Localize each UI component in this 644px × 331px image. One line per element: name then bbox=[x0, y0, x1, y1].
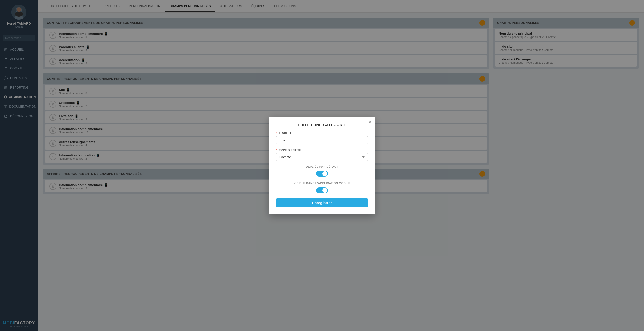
modal-overlay: EDITER UNE CATEGORIE × * LIBELLÉ * TYPE … bbox=[0, 0, 644, 331]
libelle-required: * bbox=[276, 132, 277, 135]
save-button[interactable]: Enregistrer bbox=[276, 198, 368, 207]
mobile-toggle[interactable] bbox=[316, 187, 328, 193]
type-label: * TYPE D'ENTITÉ bbox=[276, 149, 368, 152]
libelle-input[interactable] bbox=[276, 136, 368, 144]
modal-title: EDITER UNE CATEGORIE bbox=[276, 123, 368, 127]
edit-category-modal: EDITER UNE CATEGORIE × * LIBELLÉ * TYPE … bbox=[269, 117, 375, 214]
modal-close-button[interactable]: × bbox=[369, 120, 371, 124]
mobile-label: VISIBLE DANS L'APPLICATION MOBILE bbox=[276, 182, 368, 185]
mobile-toggle-wrapper bbox=[276, 187, 368, 193]
type-required: * bbox=[276, 149, 277, 152]
libelle-label: * LIBELLÉ bbox=[276, 132, 368, 135]
depliee-label: DÉPLIÉE PAR DÉFAUT bbox=[276, 165, 368, 168]
depliee-toggle-wrapper bbox=[276, 171, 368, 177]
type-select[interactable]: Compte Contact Affaire bbox=[276, 153, 368, 161]
depliee-toggle[interactable] bbox=[316, 171, 328, 177]
